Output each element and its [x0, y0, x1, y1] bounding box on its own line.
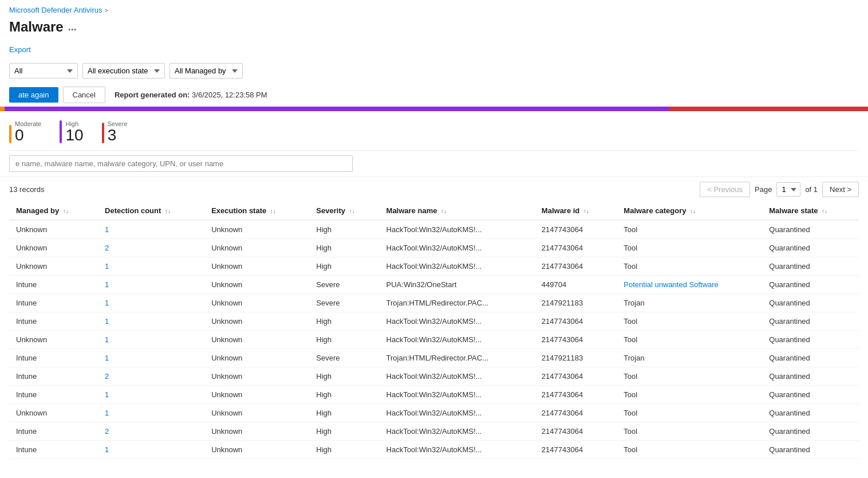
table-body: Unknown 1 Unknown High HackTool:Win32/Au…: [9, 220, 859, 459]
page-title-more[interactable]: ...: [68, 21, 77, 33]
breadcrumb[interactable]: Microsoft Defender Antivirus >: [0, 0, 868, 17]
cell-execution-state: Unknown: [204, 257, 309, 276]
regenerate-button[interactable]: ate again: [9, 87, 58, 103]
stat-bar-severe: [102, 123, 104, 143]
cell-detection-count[interactable]: 1: [98, 404, 204, 422]
table-row: Intune 2 Unknown High HackTool:Win32/Aut…: [9, 422, 859, 441]
action-bar: ate again Cancel Report generated on: 3/…: [0, 83, 868, 107]
cell-malware-category[interactable]: Tool: [617, 312, 762, 331]
page-select[interactable]: 1: [776, 182, 800, 197]
cell-malware-category[interactable]: Tool: [617, 331, 762, 349]
cell-malware-name: PUA:Win32/OneStart: [380, 276, 535, 294]
cell-malware-name: HackTool:Win32/AutoKMS!...: [380, 239, 535, 257]
cell-malware-state: Quarantined: [762, 276, 859, 294]
cell-execution-state: Unknown: [204, 239, 309, 257]
filter-managed-by-select[interactable]: All Managed by: [169, 63, 243, 79]
col-header-malware-name[interactable]: Malware name ↑↓: [380, 202, 535, 220]
export-button[interactable]: Export: [9, 43, 31, 56]
cell-detection-count[interactable]: 1: [98, 386, 204, 404]
cell-severity: Severe: [309, 349, 379, 367]
cell-malware-category[interactable]: Tool: [617, 220, 762, 239]
report-date: 3/6/2025, 12:23:58 PM: [192, 91, 267, 99]
page-title-row: Malware ...: [0, 17, 868, 40]
cell-detection-count[interactable]: 1: [98, 349, 204, 367]
cell-malware-category[interactable]: Trojan: [617, 294, 762, 312]
of-label: of 1: [805, 185, 818, 194]
page-label: Page: [755, 185, 772, 194]
table-row: Intune 1 Unknown Severe PUA:Win32/OneSta…: [9, 276, 859, 294]
records-count: 13 records: [9, 185, 44, 194]
cell-malware-state: Quarantined: [762, 367, 859, 386]
cell-detection-count[interactable]: 1: [98, 441, 204, 459]
cell-managed-by: Intune: [9, 441, 98, 459]
cell-managed-by: Intune: [9, 386, 98, 404]
cell-malware-category[interactable]: Tool: [617, 441, 762, 459]
cell-execution-state: Unknown: [204, 294, 309, 312]
cell-malware-state: Quarantined: [762, 331, 859, 349]
cell-malware-name: HackTool:Win32/AutoKMS!...: [380, 312, 535, 331]
cell-detection-count[interactable]: 1: [98, 257, 204, 276]
cancel-button[interactable]: Cancel: [63, 87, 105, 103]
cell-managed-by: Intune: [9, 422, 98, 441]
page-title: Malware: [9, 19, 64, 35]
cell-malware-name: HackTool:Win32/AutoKMS!...: [380, 331, 535, 349]
col-header-malware-id[interactable]: Malware id ↑↓: [535, 202, 617, 220]
next-button[interactable]: Next >: [822, 182, 859, 197]
cell-severity: High: [309, 422, 379, 441]
cell-malware-id: 2147743064: [535, 441, 617, 459]
cell-malware-id: 2147921183: [535, 349, 617, 367]
cell-malware-id: 2147743064: [535, 367, 617, 386]
cell-malware-category[interactable]: Potential unwanted Software: [617, 276, 762, 294]
stats-row: Moderate 0 High 10 Severe 3: [0, 111, 868, 150]
cell-execution-state: Unknown: [204, 441, 309, 459]
records-bar: 13 records < Previous Page 1 of 1 Next >: [0, 177, 868, 202]
cell-execution-state: Unknown: [204, 367, 309, 386]
breadcrumb-link[interactable]: Microsoft Defender Antivirus: [9, 6, 102, 14]
cell-detection-count[interactable]: 1: [98, 312, 204, 331]
stat-value-moderate: 0: [15, 127, 41, 143]
stat-value-high: 10: [65, 127, 83, 143]
cell-malware-category[interactable]: Tool: [617, 367, 762, 386]
cell-managed-by: Unknown: [9, 220, 98, 239]
pagination: < Previous Page 1 of 1 Next >: [700, 182, 859, 197]
cell-malware-name: HackTool:Win32/AutoKMS!...: [380, 367, 535, 386]
cell-execution-state: Unknown: [204, 349, 309, 367]
table-row: Intune 1 Unknown Severe Trojan:HTML/Redi…: [9, 294, 859, 312]
cell-malware-category[interactable]: Tool: [617, 404, 762, 422]
col-header-execution-state[interactable]: Execution state ↑↓: [204, 202, 309, 220]
table-row: Unknown 1 Unknown High HackTool:Win32/Au…: [9, 404, 859, 422]
table-row: Intune 1 Unknown High HackTool:Win32/Aut…: [9, 386, 859, 404]
cell-detection-count[interactable]: 2: [98, 239, 204, 257]
cell-malware-name: HackTool:Win32/AutoKMS!...: [380, 220, 535, 239]
cell-detection-count[interactable]: 1: [98, 331, 204, 349]
cell-execution-state: Unknown: [204, 331, 309, 349]
filter-execution-state-select[interactable]: All execution state: [82, 63, 165, 79]
filter-all-select[interactable]: All: [9, 63, 78, 79]
cell-detection-count[interactable]: 2: [98, 422, 204, 441]
cell-severity: Severe: [309, 294, 379, 312]
search-input[interactable]: [9, 155, 353, 172]
cell-malware-category[interactable]: Trojan: [617, 349, 762, 367]
cell-malware-state: Quarantined: [762, 257, 859, 276]
cell-detection-count[interactable]: 1: [98, 276, 204, 294]
cell-severity: High: [309, 441, 379, 459]
stat-value-severe: 3: [108, 127, 128, 143]
col-header-severity[interactable]: Severity ↑↓: [309, 202, 379, 220]
cell-detection-count[interactable]: 2: [98, 367, 204, 386]
cell-malware-category[interactable]: Tool: [617, 386, 762, 404]
cell-malware-name: Trojan:HTML/Redirector.PAC...: [380, 349, 535, 367]
cell-detection-count[interactable]: 1: [98, 294, 204, 312]
col-header-malware-state[interactable]: Malware state ↑↓: [762, 202, 859, 220]
cell-managed-by: Intune: [9, 367, 98, 386]
col-header-managed-by[interactable]: Managed by ↑↓: [9, 202, 98, 220]
cell-malware-id: 2147743064: [535, 404, 617, 422]
cell-severity: High: [309, 386, 379, 404]
cell-malware-category[interactable]: Tool: [617, 239, 762, 257]
col-header-detection-count[interactable]: Detection count ↑↓: [98, 202, 204, 220]
cell-malware-category[interactable]: Tool: [617, 257, 762, 276]
col-header-malware-category[interactable]: Malware category ↑↓: [617, 202, 762, 220]
cell-detection-count[interactable]: 1: [98, 220, 204, 239]
stat-info-high: High 10: [65, 120, 83, 143]
previous-button[interactable]: < Previous: [700, 182, 750, 197]
cell-malware-category[interactable]: Tool: [617, 422, 762, 441]
